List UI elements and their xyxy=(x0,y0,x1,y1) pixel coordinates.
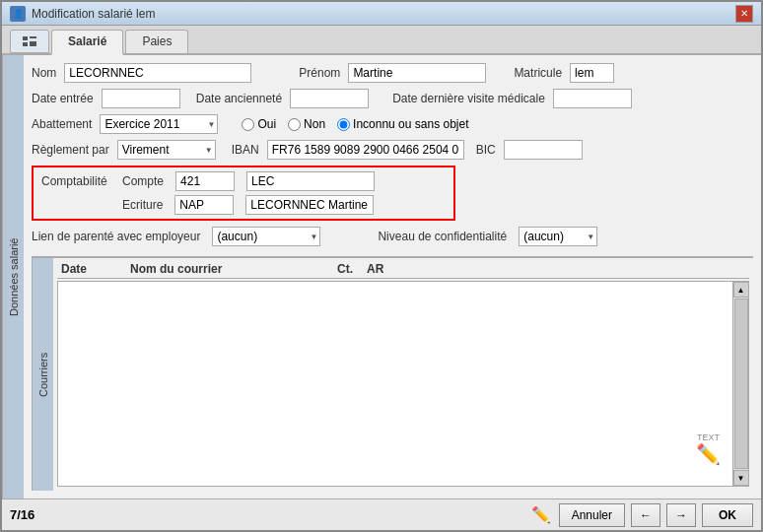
table-body[interactable]: ▲ ▼ TEXT ✏️ xyxy=(57,281,749,487)
comptabilite-label: Comptabilité xyxy=(41,174,110,188)
scroll-thumb[interactable] xyxy=(734,299,748,469)
date-visite-label: Date dernière visite médicale xyxy=(392,92,545,105)
date-visite-input[interactable] xyxy=(553,89,632,108)
radio-oui[interactable] xyxy=(242,118,254,131)
bic-input[interactable] xyxy=(504,140,583,160)
close-button[interactable]: ✕ xyxy=(735,5,753,23)
row-reglement: Règlement par Virement Chèque Espèces ▼ … xyxy=(32,140,753,160)
table-header: Date Nom du courrier Ct. AR xyxy=(57,262,749,279)
text-label: TEXT xyxy=(696,432,721,442)
ecriture-row: Ecriture xyxy=(41,195,446,215)
courriers-section: Courriers Date Nom du courrier Ct. AR ▲ … xyxy=(32,256,753,491)
tab-bar: Salarié Paies xyxy=(2,26,761,55)
radio-non-label: Non xyxy=(304,117,325,131)
iban-input[interactable] xyxy=(267,140,464,160)
radio-inconnu[interactable] xyxy=(337,118,350,131)
ecriture-label: Ecriture xyxy=(122,198,163,212)
tab-paies[interactable]: Paies xyxy=(125,30,188,53)
tab-salarie[interactable]: Salarié xyxy=(51,30,123,55)
row-lien: Lien de parenté avec employeur (aucun) ▼… xyxy=(32,227,753,246)
prenom-label: Prénom xyxy=(299,66,340,80)
date-anciennete-input[interactable] xyxy=(290,89,369,108)
scrollbar[interactable]: ▲ ▼ xyxy=(732,282,748,486)
ok-button[interactable]: OK xyxy=(702,503,753,527)
radio-inconnu-item: Inconnu ou sans objet xyxy=(337,117,468,131)
col-nom: Nom du courrier xyxy=(126,262,333,276)
radio-oui-item: Oui xyxy=(242,117,276,131)
compte-input[interactable] xyxy=(175,171,235,191)
radio-group-abattement: Oui Non Inconnu ou sans objet xyxy=(242,117,468,131)
footer-buttons: ✏️ Annuler ← → OK xyxy=(529,503,753,527)
main-window: 👤 Modification salarié lem ✕ Salarié Pai… xyxy=(0,0,763,532)
row-nom: Nom Prénom Matricule xyxy=(32,63,753,83)
window-icon: 👤 xyxy=(10,6,26,22)
date-entree-input[interactable] xyxy=(102,89,180,108)
compte-row: Comptabilité Compte xyxy=(41,171,446,191)
compte2-input[interactable] xyxy=(246,171,375,191)
matricule-input[interactable] xyxy=(570,63,614,83)
next-button[interactable]: → xyxy=(666,503,696,527)
page-info: 7/16 xyxy=(10,507,35,522)
lien-select[interactable]: (aucun) xyxy=(212,227,320,246)
confidentialite-select[interactable]: (aucun) xyxy=(519,227,597,246)
abattement-select-wrapper: Exercice 2011 Exercice 2012 Exercice 201… xyxy=(100,114,218,134)
date-anciennete-label: Date ancienneté xyxy=(196,92,282,105)
radio-non-item: Non xyxy=(288,117,325,131)
pencil-icon: ✏️ xyxy=(696,442,721,466)
compte-label: Compte xyxy=(122,174,164,188)
ecriture2-input[interactable] xyxy=(245,195,374,215)
radio-oui-label: Oui xyxy=(257,117,276,131)
prev-button[interactable]: ← xyxy=(631,503,660,527)
edit-button[interactable]: ✏️ xyxy=(529,503,553,527)
side-label-donnees: Données salarié xyxy=(2,55,24,499)
row-dates: Date entrée Date ancienneté Date dernièr… xyxy=(32,89,753,108)
reglement-label: Règlement par xyxy=(32,143,109,157)
tools-icon xyxy=(20,33,39,50)
iban-label: IBAN xyxy=(232,143,259,157)
courriers-label: Courriers xyxy=(32,258,53,491)
tab-icon[interactable] xyxy=(10,30,49,53)
radio-inconnu-label: Inconnu ou sans objet xyxy=(353,117,468,131)
date-entree-label: Date entrée xyxy=(32,92,94,105)
abattement-select[interactable]: Exercice 2011 Exercice 2012 Exercice 201… xyxy=(100,114,218,134)
bic-label: BIC xyxy=(476,143,496,157)
ecriture-input[interactable] xyxy=(174,195,234,215)
reglement-select-wrapper: Virement Chèque Espèces ▼ xyxy=(117,140,216,160)
prenom-input[interactable] xyxy=(348,63,486,83)
window-title: Modification salarié lem xyxy=(32,7,155,21)
main-content: Données salarié Nom Prénom Matricule Dat… xyxy=(2,55,761,499)
footer: 7/16 ✏️ Annuler ← → OK xyxy=(2,499,761,530)
confidentialite-select-wrapper: (aucun) ▼ xyxy=(519,227,597,246)
courriers-content: Date Nom du courrier Ct. AR ▲ ▼ T xyxy=(53,258,753,491)
row-abattement: Abattement Exercice 2011 Exercice 2012 E… xyxy=(32,114,753,134)
form-area: Nom Prénom Matricule Date entrée Date an… xyxy=(24,55,761,499)
nom-label: Nom xyxy=(32,66,56,80)
title-bar: 👤 Modification salarié lem ✕ xyxy=(2,2,761,26)
col-ar: AR xyxy=(363,262,392,276)
confidentialite-label: Niveau de confidentialité xyxy=(378,230,507,243)
col-date: Date xyxy=(57,262,126,276)
annuler-button[interactable]: Annuler xyxy=(559,503,625,527)
reglement-select[interactable]: Virement Chèque Espèces xyxy=(117,140,216,160)
matricule-label: Matricule xyxy=(514,66,562,80)
scroll-up-button[interactable]: ▲ xyxy=(733,282,749,298)
col-ct: Ct. xyxy=(333,262,363,276)
lien-select-wrapper: (aucun) ▼ xyxy=(212,227,320,246)
comptabilite-box: Comptabilité Compte Ecriture xyxy=(32,166,455,221)
lien-label: Lien de parenté avec employeur xyxy=(32,230,200,243)
nom-input[interactable] xyxy=(64,63,251,83)
abattement-label: Abattement xyxy=(32,117,92,131)
radio-non[interactable] xyxy=(288,118,301,131)
pencil-icon-area: TEXT ✏️ xyxy=(696,432,721,466)
scroll-down-button[interactable]: ▼ xyxy=(733,470,749,486)
